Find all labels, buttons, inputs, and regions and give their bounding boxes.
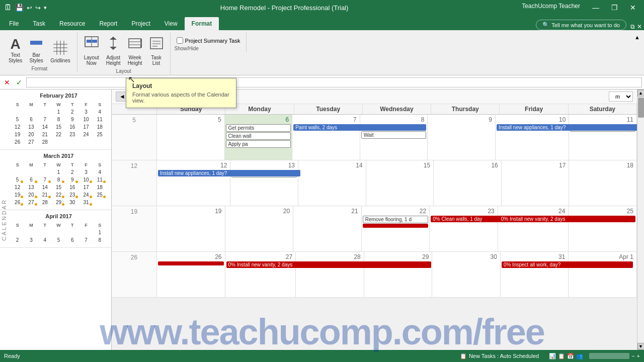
task-remove-flooring[interactable]: Remove flooring, 1 d: [363, 216, 429, 223]
help-restore[interactable]: ⧉: [630, 23, 635, 30]
formula-input[interactable]: [26, 77, 642, 87]
day-24[interactable]: 24 0% Install new vanity, 2 days: [498, 206, 569, 251]
day-15[interactable]: 15: [366, 160, 434, 206]
day-29[interactable]: 29: [364, 252, 433, 297]
day-14[interactable]: 14: [298, 160, 366, 206]
zoom-in-icon[interactable]: +: [637, 353, 640, 359]
scroll-thumb[interactable]: [638, 98, 644, 118]
day-apr1[interactable]: Apr 1: [569, 252, 637, 297]
gridlines-btn[interactable]: Gridlines: [48, 37, 72, 65]
restore-btn[interactable]: ❐: [607, 3, 622, 13]
sidebar: CALENDAR February 2017 SMTWTFS 1234 5678…: [0, 89, 112, 350]
day-18[interactable]: 18: [569, 160, 637, 206]
task-install-vanity-2[interactable]: 0% Install new vanity, 2 days: [226, 261, 431, 268]
tooltip-title: Layout: [132, 82, 230, 89]
scroll-up-btn[interactable]: ▲: [637, 89, 645, 97]
view-select[interactable]: m: [609, 92, 633, 102]
tab-file[interactable]: File: [2, 17, 26, 30]
vertical-scrollbar[interactable]: ▲ ▼: [637, 89, 644, 350]
grid-icon: [53, 41, 67, 57]
close-btn[interactable]: ✕: [626, 3, 640, 13]
day-17[interactable]: 17: [502, 160, 570, 206]
day-31[interactable]: 31 0% Inspect all work, day?: [501, 252, 569, 297]
task-apply-pa[interactable]: Apply pa: [226, 140, 291, 148]
main-area: CALENDAR February 2017 SMTWTFS 1234 5678…: [0, 89, 644, 350]
task-list-btn[interactable]: TaskList: [147, 34, 166, 67]
project-summary-check[interactable]: [177, 37, 183, 44]
tab-project[interactable]: Project: [124, 17, 157, 30]
formula-bar: ✕ ✓: [0, 75, 644, 89]
day-8[interactable]: 8 Remove Wait: [360, 115, 428, 160]
tab-view[interactable]: View: [157, 17, 185, 30]
text-styles-btn[interactable]: A TextStyles: [6, 36, 25, 65]
bar-styles-btn[interactable]: BarStyles: [27, 34, 46, 65]
day-5[interactable]: 5: [157, 115, 225, 160]
day-20[interactable]: 20: [225, 206, 294, 251]
col-w: W: [52, 102, 65, 108]
task-inspect-work[interactable]: 0% Inspect all work, day?: [502, 261, 633, 268]
day-19[interactable]: 19: [157, 206, 225, 251]
day-7[interactable]: 7 Paint walls, 2 days: [292, 115, 360, 160]
task-wait[interactable]: Wait: [361, 131, 427, 139]
zoom-slider[interactable]: [589, 353, 629, 359]
quick-save[interactable]: 💾: [15, 4, 24, 12]
redo-btn[interactable]: ↪: [35, 4, 41, 12]
title-bar: 🗓 💾 ↩ ↪ ▾ Home Remodel - Project Profess…: [0, 0, 644, 15]
scroll-down-btn[interactable]: ▼: [637, 343, 645, 350]
day-22[interactable]: 22 Remove flooring, 1 d: [362, 206, 430, 251]
ribbon-collapse-btn[interactable]: ▲: [632, 32, 642, 42]
day-23[interactable]: 23 0% Clean walls, 1 day: [430, 206, 498, 251]
tell-me-box[interactable]: 🔍 Tell me what you want to do: [536, 20, 626, 30]
adjust-height-btn[interactable]: AdjustHeight: [104, 34, 123, 67]
tab-report[interactable]: Report: [92, 17, 124, 30]
day-10[interactable]: 10 Install new appliances, 1 day?: [496, 115, 569, 160]
week-num-1: 5: [112, 115, 157, 160]
day-25[interactable]: 25: [569, 206, 637, 251]
day-30[interactable]: 30: [432, 252, 501, 297]
tab-format[interactable]: Format: [185, 17, 219, 30]
zoom-out-icon[interactable]: −: [631, 353, 634, 359]
task-install-appliances-2[interactable]: Install new appliances, 1 day?: [158, 170, 300, 176]
task-usage-icon[interactable]: 📋: [558, 353, 565, 359]
layout-buttons: LayoutNow AdjustHeight: [82, 32, 166, 67]
day-9[interactable]: 9: [428, 115, 496, 160]
task-red-22[interactable]: [363, 224, 429, 228]
day-6[interactable]: 6 Get permits Clean wall Apply pa: [225, 115, 293, 160]
day-28[interactable]: 28: [296, 252, 364, 297]
gantt-view-icon[interactable]: 📊: [549, 353, 556, 359]
minimize-btn[interactable]: —: [588, 3, 603, 13]
undo-btn[interactable]: ↩: [27, 4, 32, 12]
calendar-view: ◄ ► March 2017 m Sunday Monday Tuesday W…: [112, 89, 637, 350]
team-planner-icon[interactable]: 📅: [567, 353, 574, 359]
app-icon: 🗓: [4, 3, 12, 12]
day-11[interactable]: 11 Clean floors, 1 day?: [569, 115, 637, 160]
week-row-2: 12 12 Install new appliances, 1 day? 13 …: [112, 160, 637, 206]
cal-grid: Sunday Monday Tuesday Wednesday Thursday…: [112, 104, 637, 350]
formula-cancel-btn[interactable]: ✕: [2, 78, 12, 86]
help-close[interactable]: ✕: [637, 23, 642, 30]
day-21[interactable]: 21: [293, 206, 362, 251]
day-13[interactable]: 13 Finish kitchen: [230, 160, 298, 206]
task-clean-wall[interactable]: Clean wall: [226, 132, 291, 140]
task-install-appliances-1[interactable]: Install new appliances, 1 day?: [497, 124, 637, 131]
task-list-icon: [149, 36, 164, 54]
task-red-26[interactable]: [158, 261, 224, 265]
layout-now-btn[interactable]: LayoutNow: [82, 34, 102, 67]
title-bar-left: 🗓 💾 ↩ ↪ ▾: [4, 3, 47, 12]
formula-ok-btn[interactable]: ✓: [14, 78, 24, 86]
project-summary-checkbox[interactable]: Project Summary Task: [175, 36, 243, 45]
view-dropdown[interactable]: m: [609, 92, 633, 102]
day-27[interactable]: 27 0% Install new vanity, 2 days: [225, 252, 296, 297]
tab-task[interactable]: Task: [26, 17, 52, 30]
tab-resource[interactable]: Resource: [52, 17, 92, 30]
day-16[interactable]: 16: [434, 160, 502, 206]
task-get-permits[interactable]: Get permits: [226, 124, 291, 132]
task-install-vanity-1[interactable]: 0% Install new vanity, 2 days: [499, 216, 635, 222]
customize-btn[interactable]: ▾: [44, 5, 47, 11]
resource-view-icon[interactable]: 👥: [576, 353, 583, 359]
layout-now-label: LayoutNow: [84, 55, 99, 66]
day-12[interactable]: 12 Install new appliances, 1 day?: [157, 160, 230, 206]
day-26[interactable]: 26: [157, 252, 225, 297]
week-height-btn[interactable]: WeekHeight: [125, 34, 145, 67]
task-paint-walls[interactable]: Paint walls, 2 days: [293, 124, 424, 131]
